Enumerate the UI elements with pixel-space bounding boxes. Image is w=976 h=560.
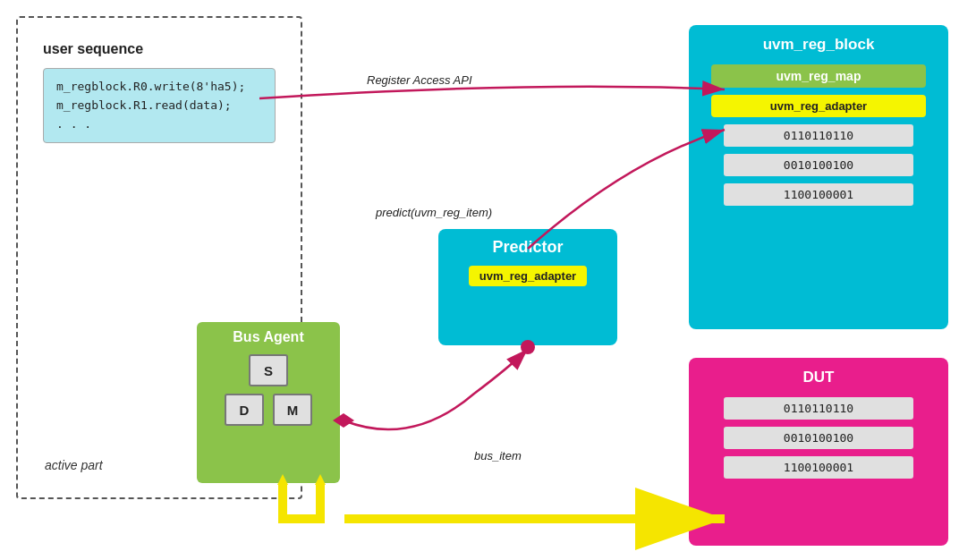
uvm-reg-block-title: uvm_reg_block (763, 36, 875, 54)
user-sequence-code: m_regblock.R0.write(8'ha5); m_regblock.R… (43, 68, 276, 143)
dut-box: DUT 0110110110 0010100100 1100100001 (689, 358, 948, 546)
code-line-1: m_regblock.R0.write(8'ha5); (56, 78, 262, 97)
bus-row: D M (225, 394, 312, 426)
predictor-adapter-tag: uvm_reg_adapter (469, 266, 587, 286)
predictor-box: Predictor uvm_reg_adapter (438, 229, 617, 345)
uvm-reg-map-tag: uvm_reg_map (711, 64, 925, 88)
bus-item-label: bus_item (474, 449, 522, 462)
bus-agent-label: Bus Agent (233, 329, 303, 345)
predictor-label: Predictor (492, 238, 563, 257)
component-m: M (273, 394, 312, 426)
uvm-reg-value-1: 0110110110 (724, 124, 914, 147)
component-d: D (225, 394, 264, 426)
diagram-container: user sequence m_regblock.R0.write(8'ha5)… (0, 0, 976, 560)
code-line-2: m_regblock.R1.read(data); (56, 97, 262, 115)
dut-reg-value-1: 0110110110 (724, 397, 914, 420)
uvm-reg-value-2: 0010100100 (724, 154, 914, 176)
predict-label: predict(uvm_reg_item) (376, 206, 492, 219)
uvm-reg-adapter-tag: uvm_reg_adapter (711, 95, 925, 117)
uvm-reg-block: uvm_reg_block uvm_reg_map uvm_reg_adapte… (689, 25, 948, 329)
dut-reg-value-2: 0010100100 (724, 427, 914, 449)
register-access-api-label: Register Access API (367, 73, 472, 87)
uvm-reg-value-3: 1100100001 (724, 183, 914, 206)
active-part-label: active part (45, 458, 103, 472)
bus-agent-components: S D M (204, 354, 333, 426)
bus-agent-box: Bus Agent S D M (197, 322, 340, 483)
dut-reg-value-3: 1100100001 (724, 456, 914, 479)
component-s: S (249, 354, 288, 386)
user-sequence-label: user sequence (43, 41, 143, 57)
code-line-3: . . . (56, 115, 262, 134)
dut-title: DUT (803, 369, 835, 386)
